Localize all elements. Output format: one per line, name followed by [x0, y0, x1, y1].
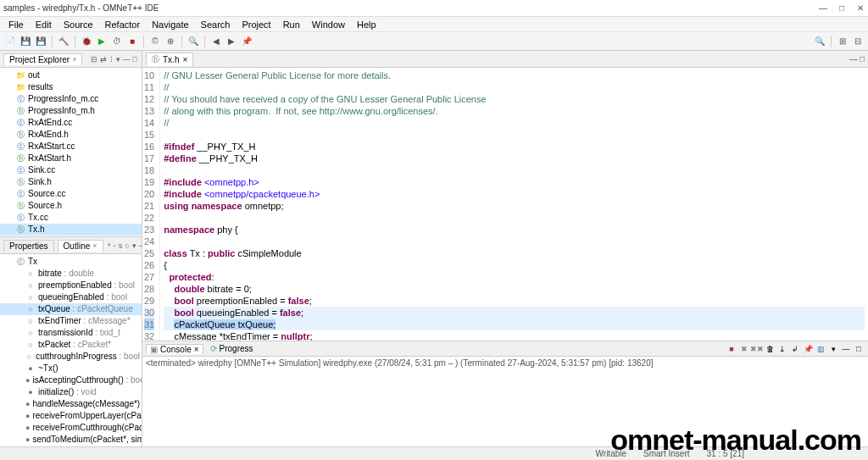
project-explorer-tree[interactable]: 📁out📁resultsⓒProgressInfo_m.ccⓗProgressI…: [0, 68, 142, 236]
code-line[interactable]: // You should have received a copy of th…: [164, 93, 865, 105]
new-class-icon[interactable]: ©: [148, 35, 162, 48]
outline-item[interactable]: ⒸTx: [0, 256, 142, 268]
code-body[interactable]: // GNU Lesser General Public License for…: [160, 68, 868, 341]
code-line[interactable]: #define __PHY_TX_H: [164, 152, 865, 164]
tree-item[interactable]: ⓗRxAtEnd.h: [0, 129, 142, 141]
menu-file[interactable]: File: [3, 19, 29, 30]
outline-item[interactable]: ○txPacket : cPacket*: [0, 339, 142, 351]
menu-refactor[interactable]: Refactor: [100, 19, 146, 30]
code-line[interactable]: [164, 212, 865, 224]
menu-run[interactable]: Run: [278, 19, 305, 30]
minimize-button[interactable]: —: [819, 3, 827, 13]
progress-tab[interactable]: ⟳ Progress: [207, 344, 257, 353]
code-line[interactable]: using namespace omnetpp;: [164, 200, 865, 212]
open-console-icon[interactable]: ▾: [827, 343, 839, 355]
close-icon[interactable]: ×: [194, 345, 199, 354]
menu-window[interactable]: Window: [307, 19, 350, 30]
search-icon[interactable]: 🔍: [186, 35, 200, 48]
close-icon[interactable]: ×: [92, 241, 97, 250]
save-icon[interactable]: 💾: [19, 35, 32, 48]
collapse-all-icon[interactable]: ⊟: [90, 55, 98, 64]
back-icon[interactable]: ◀: [209, 35, 223, 48]
outline-item[interactable]: ●receiveFromUpperLayer(cPacket*) : void: [0, 410, 142, 422]
perspective-cpp-icon[interactable]: ⊞: [836, 35, 849, 48]
minimize-icon[interactable]: —: [849, 54, 858, 64]
new-icon[interactable]: 📄: [3, 35, 17, 48]
tree-item[interactable]: ⓗSink.h: [0, 176, 142, 188]
properties-tab[interactable]: Properties: [3, 240, 54, 252]
tree-item[interactable]: ⓒTx.cc: [0, 212, 142, 224]
terminate-icon[interactable]: ■: [726, 343, 737, 355]
tree-item[interactable]: ⓗTx.h: [0, 224, 142, 236]
close-icon[interactable]: ×: [72, 55, 76, 64]
code-line[interactable]: {: [164, 259, 865, 271]
code-line[interactable]: protected:: [164, 271, 865, 283]
menu-project[interactable]: Project: [236, 19, 275, 30]
close-button[interactable]: ✕: [856, 3, 865, 13]
outline-item[interactable]: ●receiveFromCutthrough(cPacket*) : void: [0, 422, 142, 434]
outline-item[interactable]: ●sendToMedium(cPacket*, simtime_t): [0, 434, 142, 446]
code-line[interactable]: [164, 164, 865, 176]
outline-item[interactable]: ○bitrate : double: [0, 268, 142, 280]
menu-source[interactable]: Source: [58, 19, 98, 30]
clear-icon[interactable]: 🗑: [764, 343, 776, 355]
build-icon[interactable]: 🔨: [57, 35, 70, 48]
tree-item[interactable]: ⓒRxAtStart.cc: [0, 141, 142, 152]
outline-item[interactable]: ○cutthroughInProgress : bool: [0, 351, 142, 363]
console-tab[interactable]: ▣ Console ×: [146, 344, 203, 354]
code-line[interactable]: // GNU Lesser General Public License for…: [164, 69, 865, 81]
run-icon[interactable]: ▶: [95, 35, 108, 48]
display-icon[interactable]: ▥: [815, 343, 826, 355]
wrap-icon[interactable]: ↲: [789, 343, 801, 355]
forward-icon[interactable]: ▶: [225, 35, 238, 48]
tree-item[interactable]: ⓒSource.cc: [0, 188, 142, 200]
quick-access-icon[interactable]: 🔍: [813, 35, 826, 48]
outline-item[interactable]: ●initialize() : void: [0, 386, 142, 398]
profile-icon[interactable]: ⏱: [110, 35, 124, 48]
project-explorer-tab[interactable]: Project Explorer ×: [3, 53, 82, 65]
outline-item[interactable]: ○preemptionEnabled : bool: [0, 280, 142, 291]
code-line[interactable]: bool preemptionEnabled = false;: [164, 295, 865, 307]
outline-tree[interactable]: ⒸTx○bitrate : double○preemptionEnabled :…: [0, 254, 142, 446]
tree-item[interactable]: ⓒSink.cc: [0, 164, 142, 176]
menu-search[interactable]: Search: [196, 19, 236, 30]
menu-navigate[interactable]: Navigate: [147, 19, 193, 30]
minimize-icon[interactable]: —: [840, 343, 852, 355]
tree-item[interactable]: ⓗSource.h: [0, 200, 142, 212]
maximize-button[interactable]: □: [837, 3, 846, 13]
outline-item[interactable]: ●isAcceptingCutthrough() : bool: [0, 374, 142, 386]
menu-edit[interactable]: Edit: [31, 19, 57, 30]
code-line[interactable]: class Tx : public cSimpleModule: [164, 247, 865, 259]
sort-icon[interactable]: ᵃ: [107, 241, 112, 250]
link-editor-icon[interactable]: ⇄: [99, 55, 108, 64]
maximize-icon[interactable]: □: [860, 54, 865, 64]
stop-icon[interactable]: ■: [125, 35, 139, 48]
code-editor[interactable]: 1011121314151617181920212223242526272829…: [142, 68, 868, 341]
save-all-icon[interactable]: 💾: [34, 35, 47, 48]
code-line[interactable]: cMessage *txEndTimer = nullptr;: [164, 330, 865, 341]
scroll-lock-icon[interactable]: ⤓: [776, 343, 788, 355]
menu-help[interactable]: Help: [352, 19, 381, 30]
outline-item[interactable]: ○transmissionId : txid_t: [0, 327, 142, 339]
code-line[interactable]: #ifndef __PHY_TX_H: [164, 141, 865, 152]
code-line[interactable]: // along with this program. If not, see …: [164, 105, 865, 117]
open-type-icon[interactable]: ⊕: [164, 35, 177, 48]
close-icon[interactable]: ×: [182, 55, 187, 64]
code-line[interactable]: cPacketQueue txQueue;: [164, 319, 865, 330]
code-line[interactable]: [164, 236, 865, 247]
code-line[interactable]: double bitrate = 0;: [164, 283, 865, 295]
outline-item[interactable]: ○queueingEnabled : bool: [0, 291, 142, 303]
perspective-sim-icon[interactable]: ⊟: [851, 35, 865, 48]
outline-item[interactable]: ●~Tx(): [0, 363, 142, 374]
hide-static-icon[interactable]: s: [118, 241, 124, 250]
outline-item[interactable]: ○txQueue : cPacketQueue: [0, 303, 142, 315]
maximize-icon[interactable]: □: [132, 55, 138, 64]
tree-item[interactable]: ⓗRxAtStart.h: [0, 152, 142, 164]
tree-item[interactable]: ⓒRxAtEnd.cc: [0, 117, 142, 129]
tree-item[interactable]: ⓗProgressInfo_m.h: [0, 105, 142, 117]
outline-tab[interactable]: Outline ×: [58, 240, 103, 252]
filter-icon[interactable]: ⫶: [108, 55, 114, 64]
remove-all-icon[interactable]: ✖✖: [751, 343, 763, 355]
code-line[interactable]: //: [164, 117, 865, 129]
hide-fields-icon[interactable]: ◦: [113, 241, 117, 250]
